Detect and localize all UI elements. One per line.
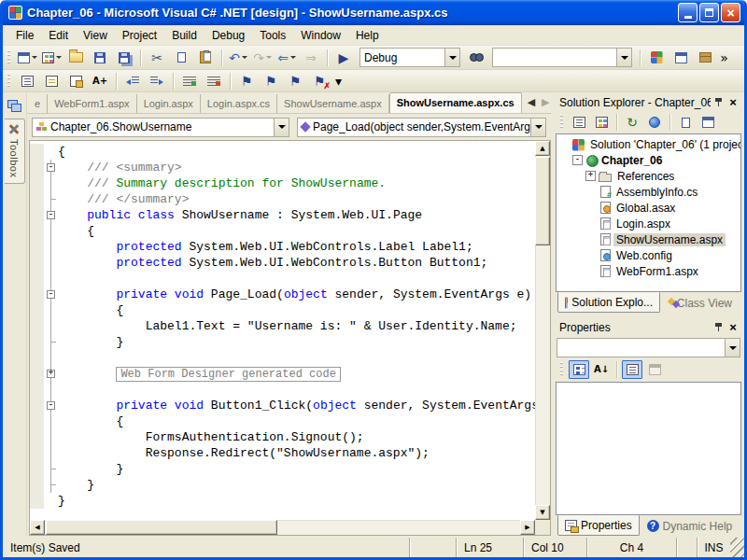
toggle-bookmark-button[interactable]: ⚑ — [235, 71, 258, 91]
menu-build[interactable]: Build — [164, 26, 204, 45]
members-combo[interactable]: Page_Load(object sender,System.EventArgs… — [297, 118, 546, 137]
dropdown-arrow-icon[interactable] — [530, 119, 545, 136]
menu-file[interactable]: File — [8, 26, 41, 45]
doc-tab-login-aspx[interactable]: Login.aspx — [137, 94, 201, 113]
menu-view[interactable]: View — [76, 26, 115, 45]
fold-margin[interactable] — [44, 382, 58, 398]
doc-tab-e[interactable]: e — [28, 94, 48, 113]
fold-margin[interactable] — [44, 477, 58, 493]
tree-item-chapter-06[interactable]: -Chapter_06 — [557, 152, 740, 168]
code-editor[interactable]: {- /// <summary> /// Summary description… — [30, 141, 535, 520]
clear-bookmarks-button[interactable]: ⚑✗ — [308, 71, 331, 91]
scroll-tabs-right-icon[interactable]: ▶ — [542, 96, 549, 108]
breakpoint-margin[interactable] — [30, 334, 44, 350]
tree-item-solution-chapter-06-1-project-[interactable]: Solution 'Chapter_06' (1 project) — [557, 136, 740, 152]
menu-tools[interactable]: Tools — [252, 26, 293, 45]
tab-solution-explorer[interactable]: Solution Explo... — [557, 292, 660, 313]
tree-item-references[interactable]: +References — [557, 168, 740, 184]
collapsed-region-box[interactable]: Web Form Designer generated code — [116, 367, 340, 382]
paste-button[interactable] — [194, 48, 217, 68]
fold-margin[interactable]: - — [44, 160, 58, 175]
tree-item-assemblyinfo-cs[interactable]: AssemblyInfo.cs — [557, 184, 740, 200]
breakpoint-margin[interactable] — [30, 445, 44, 461]
menu-help[interactable]: Help — [348, 26, 387, 45]
breakpoint-margin[interactable] — [30, 493, 44, 509]
expand-node-icon[interactable]: + — [585, 171, 596, 181]
tree-item-web-config[interactable]: Web.config — [557, 247, 740, 263]
parameter-info-button[interactable] — [40, 71, 63, 91]
menu-project[interactable]: Project — [115, 26, 164, 45]
tab-dynamic-help[interactable]: ?Dynamic Help — [640, 516, 740, 536]
types-combo[interactable]: Chapter_06.ShowUsername — [32, 118, 289, 137]
breakpoint-margin[interactable] — [30, 429, 44, 445]
breakpoint-margin[interactable] — [30, 350, 44, 366]
collapse-region-icon[interactable]: - — [47, 290, 55, 299]
breakpoint-margin[interactable] — [30, 461, 44, 477]
breakpoint-margin[interactable] — [30, 207, 44, 223]
toolbox-tab[interactable]: Toolbox — [5, 119, 25, 184]
auto-hide-pin-button[interactable] — [711, 95, 726, 109]
breakpoint-margin[interactable] — [30, 144, 44, 160]
decrease-indent-button[interactable] — [121, 71, 144, 91]
find-combo[interactable] — [492, 48, 632, 67]
doc-tab-showusername-aspx[interactable]: ShowUsername.aspx — [277, 94, 389, 113]
scroll-left-button[interactable]: ◀ — [30, 520, 45, 535]
alphabetical-button[interactable]: A↓ — [591, 360, 612, 379]
fold-margin[interactable] — [44, 413, 58, 429]
quick-info-button[interactable] — [64, 71, 87, 91]
scroll-up-button[interactable]: ▲ — [535, 141, 550, 156]
toolbox-button[interactable] — [694, 48, 716, 68]
vertical-scroll-thumb[interactable] — [535, 157, 550, 245]
tree-item-webform1-aspx[interactable]: WebForm1.aspx — [557, 263, 740, 279]
breakpoint-margin[interactable] — [30, 366, 44, 382]
resize-grip[interactable] — [730, 538, 744, 557]
fold-margin[interactable]: - — [44, 207, 58, 223]
auto-hide-pin-button[interactable] — [711, 320, 726, 334]
breakpoint-margin[interactable] — [30, 239, 44, 255]
solution-explorer-button[interactable] — [645, 48, 668, 68]
solution-explorer-close-button[interactable]: × — [726, 95, 740, 109]
undo-button[interactable]: ↶ — [227, 48, 249, 68]
vertical-scrollbar[interactable]: ▲ ▼ — [535, 141, 550, 520]
breakpoint-margin[interactable] — [30, 223, 44, 239]
fold-margin[interactable] — [44, 255, 58, 271]
start-debug-button[interactable]: ▶ — [332, 48, 355, 68]
menu-edit[interactable]: Edit — [41, 26, 76, 45]
collapse-region-icon[interactable]: - — [47, 401, 55, 410]
navigate-back-button[interactable]: ⇐ — [275, 48, 298, 68]
breakpoint-margin[interactable] — [30, 287, 44, 302]
comment-button[interactable] — [178, 71, 201, 91]
breakpoint-margin[interactable] — [30, 160, 44, 175]
server-explorer-tab[interactable] — [5, 95, 25, 116]
categorized-button[interactable] — [569, 360, 589, 379]
doc-tab-webform1-aspx[interactable]: WebForm1.aspx — [48, 94, 137, 113]
uncomment-button[interactable] — [203, 71, 225, 91]
properties-object-combo[interactable] — [557, 338, 740, 357]
property-pages-button[interactable] — [644, 360, 665, 379]
next-bookmark-button[interactable]: ⚑ — [260, 71, 282, 91]
minimize-button[interactable] — [678, 3, 698, 22]
fold-margin[interactable] — [44, 429, 58, 445]
dropdown-arrow-icon[interactable] — [616, 49, 631, 66]
dropdown-arrow-icon[interactable] — [444, 49, 459, 66]
fold-margin[interactable] — [44, 223, 58, 239]
fold-margin[interactable] — [44, 271, 58, 287]
properties-button[interactable] — [698, 113, 718, 132]
scroll-right-button[interactable]: ▶ — [520, 520, 535, 535]
menu-debug[interactable]: Debug — [204, 26, 252, 45]
tree-item-global-asax[interactable]: Global.asax — [557, 200, 740, 216]
expand-region-icon[interactable]: + — [47, 370, 55, 378]
save-all-button[interactable] — [113, 48, 135, 68]
fold-margin[interactable]: + — [44, 366, 58, 382]
add-item-button[interactable] — [40, 48, 63, 68]
dropdown-arrow-icon[interactable] — [725, 339, 740, 357]
save-button[interactable] — [89, 48, 111, 68]
redo-button[interactable]: ↷ — [251, 48, 274, 68]
breakpoint-margin[interactable] — [30, 382, 44, 398]
close-button[interactable]: × — [721, 3, 740, 22]
open-file-button[interactable] — [64, 48, 87, 68]
toolbar-grip[interactable] — [7, 50, 10, 65]
toolbar-options-button[interactable]: » — [718, 48, 730, 68]
new-project-button[interactable] — [16, 48, 38, 68]
fold-margin[interactable] — [44, 191, 58, 207]
